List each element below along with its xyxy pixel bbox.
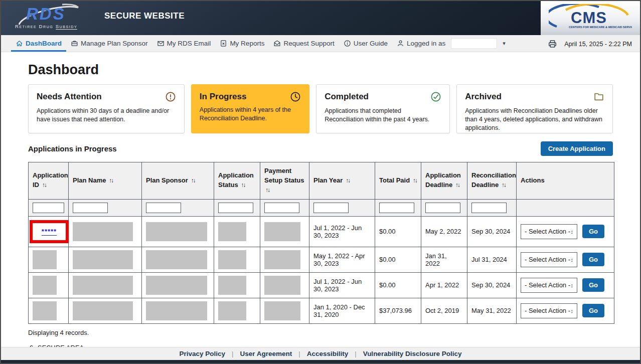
sort-icon[interactable]: ↑↓ xyxy=(191,177,195,184)
sort-icon[interactable]: ↑↓ xyxy=(265,187,269,194)
sort-icon[interactable]: ↑↓ xyxy=(109,177,113,184)
redacted-application-id xyxy=(33,301,57,320)
card-description: Applications within 30 days of a deadlin… xyxy=(37,107,176,124)
column-header-application-deadline[interactable]: Application Deadline ↑↓ xyxy=(421,162,467,200)
sort-icon[interactable]: ↑↓ xyxy=(346,177,350,184)
footer-link-privacy-policy[interactable]: Privacy Policy xyxy=(180,350,226,357)
applications-table: Application ID ↑↓ Plan Name ↑↓ Plan Spon… xyxy=(28,162,614,324)
print-icon[interactable] xyxy=(548,39,557,49)
select-action-dropdown[interactable]: - Select Action -↕ xyxy=(521,303,577,318)
filter-input-plan-year[interactable] xyxy=(313,203,349,213)
select-action-dropdown[interactable]: - Select Action -↕ xyxy=(521,224,577,239)
redacted-plan-name xyxy=(73,250,133,269)
nav-item-label: User Guide xyxy=(354,40,388,47)
nav-item-my-rds-email[interactable]: My RDS Email xyxy=(152,35,216,52)
select-arrows-icon: ↕ xyxy=(571,257,574,263)
logged-in-user-select[interactable] xyxy=(451,38,497,49)
status-cards: Needs Attention Applications within 30 d… xyxy=(28,84,613,133)
page-title: Dashboard xyxy=(28,62,613,78)
rds-secure-website-screen: RDS Retiree Drug Subsidy SECURE WEBSITE … xyxy=(0,0,641,364)
redacted-application-status xyxy=(218,222,246,241)
logged-in-as-control[interactable]: Logged in as ▾ xyxy=(392,35,510,52)
sort-icon[interactable]: ↑↓ xyxy=(502,181,506,189)
card-description: Applications within 4 years of the Recon… xyxy=(200,106,301,123)
application-deadline-cell: Oct 2, 2019 xyxy=(421,298,467,323)
go-button[interactable]: Go xyxy=(582,304,604,317)
sort-icon[interactable]: ↑↓ xyxy=(455,181,459,189)
footer-link-vulnerability-disclosure-policy[interactable]: Vulnerability Disclosure Policy xyxy=(363,350,462,357)
footer: Privacy Policy | User Agreement | Access… xyxy=(1,347,640,360)
footer-separator: | xyxy=(298,350,300,357)
column-header-total-paid[interactable]: Total Paid ↑↓ xyxy=(375,162,421,200)
card-completed[interactable]: Completed Applications that completed Re… xyxy=(316,84,450,133)
home-icon xyxy=(16,40,23,47)
reconciliation-deadline-cell: Sep 30, 2024 xyxy=(467,216,517,247)
nav-item-label: My RDS Email xyxy=(167,40,211,47)
sort-icon[interactable]: ↑↓ xyxy=(413,177,417,184)
masthead: RDS Retiree Drug Subsidy SECURE WEBSITE … xyxy=(1,1,640,35)
plan-year-cell: Jan 1, 2020 - Dec 31, 2020 xyxy=(309,298,375,323)
nav-item-user-guide[interactable]: User Guide xyxy=(339,35,392,52)
main-content: Dashboard Needs Attention Applications w… xyxy=(1,52,640,347)
person-icon xyxy=(397,40,404,47)
navbar-right: April 15, 2025 - 2:22 PM xyxy=(548,35,632,52)
total-paid-cell: $0.00 xyxy=(375,216,421,247)
redacted-plan-sponsor xyxy=(146,250,207,269)
application-id-link[interactable]: ***** xyxy=(42,228,57,235)
select-arrows-icon: ↕ xyxy=(571,229,574,235)
nav-item-dashboard[interactable]: DashBoard xyxy=(11,35,66,52)
applications-section-header: Applications in Progress Create Applicat… xyxy=(28,141,613,156)
column-header-application-id[interactable]: Application ID ↑↓ xyxy=(29,162,69,200)
column-header-plan-name[interactable]: Plan Name ↑↓ xyxy=(69,162,142,200)
total-paid-cell: $0.00 xyxy=(375,272,421,298)
create-application-button[interactable]: Create Application xyxy=(541,141,613,156)
column-header-payment-setup-status[interactable]: Payment Setup Status ↑↓ xyxy=(260,162,309,200)
card-needs-attention[interactable]: Needs Attention Applications within 30 d… xyxy=(28,84,185,133)
column-header-reconciliation-deadline[interactable]: Reconciliation Deadline ↑↓ xyxy=(467,162,517,200)
filter-input-application-status[interactable] xyxy=(218,203,253,213)
nav-item-label: Request Support xyxy=(283,40,334,47)
card-in-progress[interactable]: In Progress Applications within 4 years … xyxy=(191,84,309,133)
filter-input-total-paid[interactable] xyxy=(379,203,414,213)
redacted-plan-sponsor xyxy=(146,276,207,295)
column-header-plan-sponsor[interactable]: Plan Sponsor ↑↓ xyxy=(142,162,214,200)
column-header-actions: Actions xyxy=(517,162,614,200)
filter-input-plan-name[interactable] xyxy=(73,203,108,213)
cms-logo: CMS CENTERS FOR MEDICARE & MEDICAID SERV… xyxy=(549,4,632,32)
card-description: Applications with Reconciliation Deadlin… xyxy=(465,107,604,132)
redacted-application-id xyxy=(33,276,57,295)
select-arrows-icon: ↕ xyxy=(571,308,574,314)
application-deadline-cell: Jan 31, 2022 xyxy=(421,247,467,272)
select-action-dropdown[interactable]: - Select Action -↕ xyxy=(521,252,577,267)
column-header-application-status[interactable]: Application Status ↑↓ xyxy=(214,162,260,200)
column-header-plan-year[interactable]: Plan Year ↑↓ xyxy=(309,162,375,200)
filter-input-plan-sponsor[interactable] xyxy=(146,203,181,213)
nav-item-manage-plan-sponsor[interactable]: Manage Plan Sponsor xyxy=(66,35,152,52)
filter-input-application-deadline[interactable] xyxy=(425,203,460,213)
highlighted-application-id-cell: ***** xyxy=(30,220,69,243)
select-action-dropdown[interactable]: - Select Action -↕ xyxy=(521,278,577,293)
card-archived[interactable]: Archived Applications with Reconciliatio… xyxy=(456,84,613,133)
go-button[interactable]: Go xyxy=(582,278,604,292)
filter-input-reconciliation-deadline[interactable] xyxy=(471,203,507,213)
nav-item-my-reports[interactable]: My Reports xyxy=(215,35,269,52)
nav-item-label: DashBoard xyxy=(26,40,62,47)
nav-item-request-support[interactable]: Request Support xyxy=(269,35,339,52)
filter-input-application-id[interactable] xyxy=(33,203,64,213)
footer-link-accessibility[interactable]: Accessibility xyxy=(307,350,349,357)
redacted-plan-name xyxy=(73,301,133,320)
nav-item-label: Manage Plan Sponsor xyxy=(81,40,148,47)
sort-icon[interactable]: ↑↓ xyxy=(241,181,245,189)
support-envelope-icon xyxy=(273,40,281,47)
alert-circle-icon xyxy=(165,91,176,102)
footer-link-user-agreement[interactable]: User Agreement xyxy=(240,350,292,357)
go-button[interactable]: Go xyxy=(582,253,604,266)
filter-input-payment-setup-status[interactable] xyxy=(264,203,299,213)
total-paid-cell: $37,073.96 xyxy=(375,298,421,323)
table-filter-row xyxy=(29,199,614,216)
rds-logo-subtitle: Retiree Drug Subsidy xyxy=(15,24,77,29)
go-button[interactable]: Go xyxy=(582,225,604,238)
sort-icon[interactable]: ↑↓ xyxy=(42,181,46,189)
redacted-plan-name xyxy=(73,276,133,295)
plan-year-cell: Jul 1, 2022 - Jun 30, 2023 xyxy=(309,272,375,298)
